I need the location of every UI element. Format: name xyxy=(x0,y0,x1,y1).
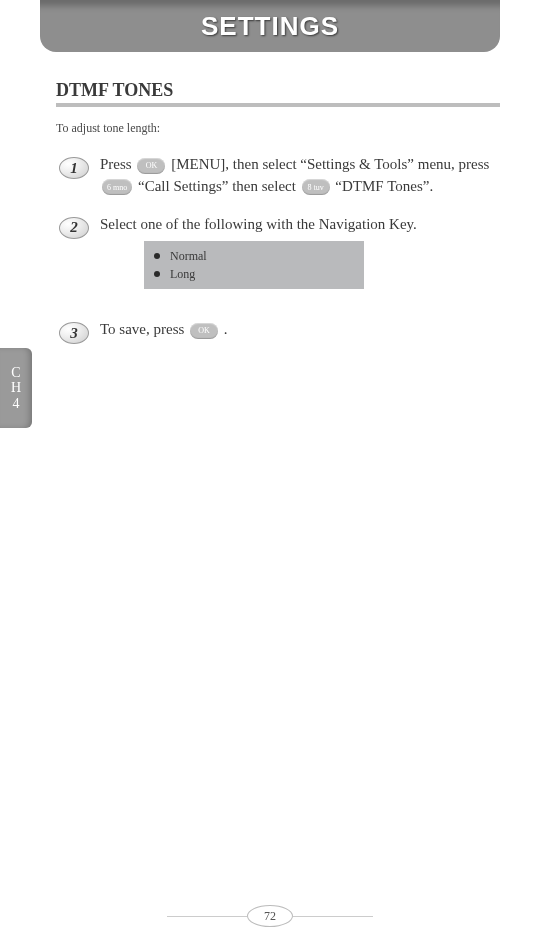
chapter-letter: C xyxy=(11,365,20,380)
step-text: “DTMF Tones”. xyxy=(335,178,433,194)
ok-key-icon: OK xyxy=(190,323,218,339)
chapter-letter: H xyxy=(11,380,21,395)
step-body: Press OK [MENU], then select “Settings &… xyxy=(92,154,522,198)
step-1: 1 Press OK [MENU], then select “Settings… xyxy=(56,154,522,198)
step-body: Select one of the following with the Nav… xyxy=(92,214,522,304)
option-label: Long xyxy=(170,265,195,283)
bullet-icon xyxy=(154,253,160,259)
step-text: Select one of the following with the Nav… xyxy=(100,216,417,232)
step-2: 2 Select one of the following with the N… xyxy=(56,214,522,304)
ornament-line-icon xyxy=(293,916,373,917)
page-number-ornament: 72 xyxy=(0,905,540,927)
chapter-tab: C H 4 xyxy=(0,348,32,428)
step-number: 3 xyxy=(56,319,92,347)
step-text: “Call Settings” then select xyxy=(138,178,300,194)
steps-list: 1 Press OK [MENU], then select “Settings… xyxy=(56,154,522,347)
bullet-icon xyxy=(154,271,160,277)
page-number: 72 xyxy=(247,905,293,927)
ornament-line-icon xyxy=(167,916,247,917)
step-body: To save, press OK . xyxy=(92,319,522,341)
chapter-number: 4 xyxy=(13,396,20,411)
step-3: 3 To save, press OK . xyxy=(56,319,522,347)
step-text: Press xyxy=(100,156,135,172)
step-text: [MENU], then select “Settings & Tools” m… xyxy=(171,156,489,172)
six-key-icon: 6 mno xyxy=(102,179,132,195)
ok-key-icon: OK xyxy=(137,158,165,174)
list-item: Long xyxy=(154,265,354,283)
step-number: 2 xyxy=(56,214,92,242)
section-title: DTMF TONES xyxy=(56,80,500,107)
step-text: To save, press xyxy=(100,321,188,337)
options-box: Normal Long xyxy=(144,241,364,289)
step-text: . xyxy=(224,321,228,337)
step-number: 1 xyxy=(56,154,92,182)
page-title: SETTINGS xyxy=(201,11,339,42)
header-bar: SETTINGS xyxy=(40,0,500,52)
intro-text: To adjust tone length: xyxy=(56,121,500,136)
list-item: Normal xyxy=(154,247,354,265)
option-label: Normal xyxy=(170,247,207,265)
eight-key-icon: 8 tuv xyxy=(302,179,330,195)
